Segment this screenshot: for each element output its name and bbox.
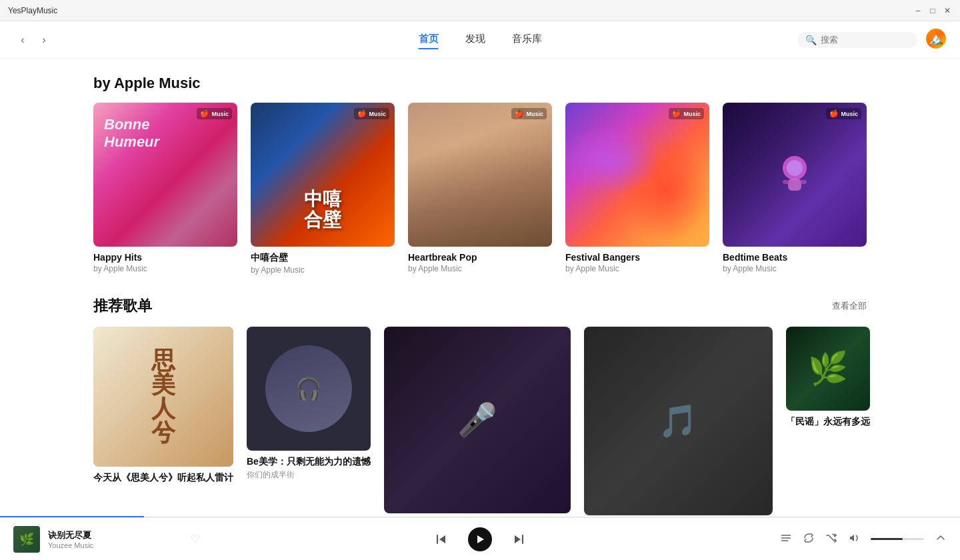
card-zhong-xi-cover: 🍎 Music [251, 103, 395, 247]
apple-music-section-header: by Apple Music [93, 75, 867, 92]
queue-button[interactable] [780, 532, 792, 547]
apple-logo-icon-3: 🍎 [515, 109, 524, 118]
see-all-button[interactable]: 查看全部 [832, 300, 867, 312]
tab-library[interactable]: 音乐库 [512, 30, 542, 49]
card-festival-bangers[interactable]: 🍎 Music Festival Bangers by Apple Music [565, 103, 709, 275]
astronaut-illustration [768, 148, 821, 201]
card-bedtime-cover: 🍎 Music [723, 103, 867, 247]
svg-rect-5 [783, 180, 789, 184]
svg-text:🏔️: 🏔️ [929, 31, 944, 46]
player-right-controls [760, 532, 947, 547]
next-button[interactable] [508, 529, 529, 550]
apple-music-badge-2: 🍎 Music [354, 108, 389, 119]
tab-discover[interactable]: 发现 [465, 30, 485, 49]
card-zhong-xi[interactable]: 🍎 Music 中嘻合壁 by Apple Music [251, 103, 395, 275]
card-heartbreak-pop[interactable]: 🍎 Music Heartbreak Pop by Apple Music [408, 103, 552, 275]
apple-music-label-3: Music [526, 111, 543, 117]
volume-fill [871, 538, 903, 540]
apple-music-section-title: by Apple Music [93, 75, 201, 92]
card-beauty-cover: 🎧 [247, 327, 371, 451]
nav-right: 🔍 🏔️ [797, 28, 947, 52]
player-heart-button[interactable]: ♡ [191, 533, 200, 545]
search-box[interactable]: 🔍 [797, 32, 917, 48]
player-bar: 🌿 诀别无尽夏 Youzee Music ♡ [0, 517, 960, 560]
apple-music-section: by Apple Music 🍎 Music Happy Hits by App… [93, 75, 867, 275]
recommended-section-title: 推荐歌单 [93, 296, 152, 316]
recommended-section: 推荐歌单 查看全部 思 美 人 兮 今天从《思美人兮》听起私人雷计 [93, 296, 867, 517]
card-happy-hits-subtitle: by Apple Music [93, 264, 237, 273]
minimize-button[interactable]: – [913, 6, 923, 15]
apple-music-label-4: Music [683, 111, 701, 117]
card-bedtime-subtitle: by Apple Music [723, 264, 867, 273]
forward-arrow-button[interactable]: › [35, 31, 53, 49]
recommended-cards-grid: 思 美 人 兮 今天从《思美人兮》听起私人雷计 🎧 Be美学：只剩无能为力的遗憾… [93, 327, 867, 517]
card-festival-title: Festival Bangers [565, 252, 709, 263]
play-button[interactable] [468, 527, 492, 551]
card-8090-cover: 🎵 [584, 327, 773, 515]
apple-music-cards-grid: 🍎 Music Happy Hits by Apple Music 🍎 Musi… [93, 103, 867, 275]
card-beauty[interactable]: 🎧 Be美学：只剩无能为力的遗憾 你们的成半街 [247, 327, 371, 517]
card-minyao[interactable]: 🌿 「民谣」永远有多远 [786, 327, 870, 517]
card-ktv[interactable]: 🎤 KTV必点歌曲：深情伤感老歌，每首都有回忆 [384, 327, 571, 517]
tab-home[interactable]: 首页 [419, 30, 439, 49]
shuffle-icon [825, 532, 837, 544]
volume-button[interactable] [848, 532, 860, 547]
card-beauty-subtitle: 你们的成半街 [247, 469, 371, 481]
expand-button[interactable] [935, 532, 947, 547]
player-track-details: 诀别无尽夏 Youzee Music [48, 529, 183, 549]
card-simeiren-title: 今天从《思美人兮》听起私人雷计 [93, 472, 233, 484]
card-happy-hits[interactable]: 🍎 Music Happy Hits by Apple Music [93, 103, 237, 275]
maximize-button[interactable]: □ [928, 6, 937, 15]
queue-icon [780, 532, 792, 544]
expand-icon [935, 532, 947, 544]
card-heartbreak-subtitle: by Apple Music [408, 264, 552, 273]
card-simeiren-cover: 思 美 人 兮 [93, 327, 233, 467]
close-button[interactable]: ✕ [943, 6, 952, 15]
card-bedtime-beats[interactable]: 🍎 Music Bedtime Beats by App [723, 103, 867, 275]
nav-tabs: 首页 发现 音乐库 [419, 30, 542, 49]
card-zhong-xi-subtitle: by Apple Music [251, 265, 395, 275]
card-bedtime-title: Bedtime Beats [723, 252, 867, 263]
loop-button[interactable] [803, 532, 815, 547]
apple-music-badge-4: 🍎 Music [669, 108, 704, 119]
player-track-artist: Youzee Music [48, 541, 183, 549]
shuffle-button[interactable] [825, 532, 837, 547]
card-happy-hits-title: Happy Hits [93, 252, 237, 263]
svg-rect-4 [788, 179, 801, 191]
player-track-info: 🌿 诀别无尽夏 Youzee Music ♡ [13, 526, 200, 553]
player-album-art: 🌿 [13, 526, 40, 553]
back-arrow-button[interactable]: ‹ [13, 31, 32, 49]
search-input[interactable] [821, 35, 909, 45]
skip-back-icon [435, 533, 447, 545]
apple-music-badge: 🍎 Music [197, 108, 232, 119]
card-beauty-title: Be美学：只剩无能为力的遗憾 [247, 456, 371, 468]
user-avatar[interactable]: 🏔️ [925, 28, 947, 52]
card-festival-cover: 🍎 Music [565, 103, 709, 247]
player-controls [200, 527, 760, 551]
apple-music-badge-3: 🍎 Music [511, 108, 547, 119]
apple-music-label: Music [211, 111, 229, 117]
card-happy-hits-cover: 🍎 Music [93, 103, 237, 247]
card-heartbreak-title: Heartbreak Pop [408, 252, 552, 263]
previous-button[interactable] [431, 529, 452, 550]
volume-icon [848, 532, 860, 544]
skip-forward-icon [513, 533, 525, 545]
player-track-name: 诀别无尽夏 [48, 529, 183, 541]
titlebar: YesPlayMusic – □ ✕ [0, 0, 960, 21]
card-8090[interactable]: 🎵 8090后经典老歌悔每首都承载一个动人的故事 [584, 327, 773, 517]
apple-music-label-2: Music [369, 111, 386, 117]
card-simeiren[interactable]: 思 美 人 兮 今天从《思美人兮》听起私人雷计 [93, 327, 233, 517]
card-zhong-xi-title: 中嘻合壁 [251, 252, 395, 264]
navbar: ‹ › 首页 发现 音乐库 🔍 🏔️ [0, 21, 960, 59]
card-ktv-cover: 🎤 [384, 327, 571, 513]
apple-logo-icon-2: 🍎 [357, 109, 367, 118]
volume-bar[interactable] [871, 538, 924, 540]
svg-rect-6 [800, 180, 807, 184]
main-content: by Apple Music 🍎 Music Happy Hits by App… [0, 59, 960, 517]
nav-arrows: ‹ › [13, 31, 53, 49]
search-icon: 🔍 [805, 35, 817, 45]
window-controls: – □ ✕ [913, 6, 952, 15]
apple-logo-icon: 🍎 [200, 109, 209, 118]
card-minyao-title: 「民谣」永远有多远 [786, 416, 870, 428]
recommended-section-header: 推荐歌单 查看全部 [93, 296, 867, 316]
